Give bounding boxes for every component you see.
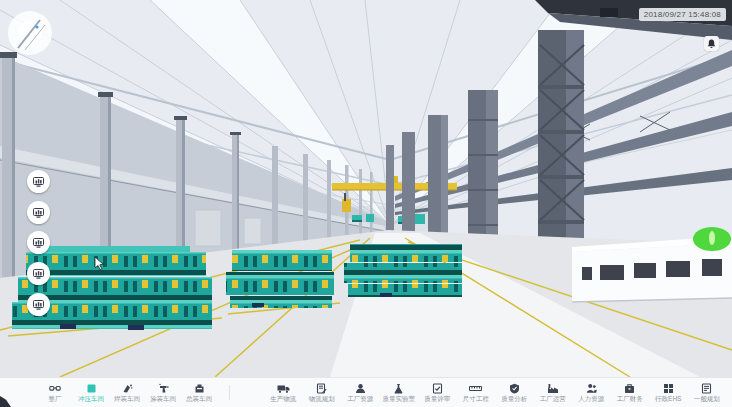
press-icon xyxy=(194,383,205,394)
toolbar-item-assembly-shop[interactable]: 总装车间 xyxy=(181,383,217,402)
toolbar-item-plant-overview[interactable]: 整厂 xyxy=(37,383,73,402)
shield-icon xyxy=(509,383,520,394)
dashboard-icon xyxy=(33,177,44,187)
grid-icon xyxy=(663,383,674,394)
ruler-icon xyxy=(469,383,482,394)
toolbar-item-label: 冲压车间 xyxy=(78,395,104,402)
toolbar-item-general-planning[interactable]: 一般规划 xyxy=(688,383,727,402)
toolbar-item-paint-shop[interactable]: 涂装车间 xyxy=(145,383,181,402)
toolbar-item-label: 尺寸工程 xyxy=(463,395,489,402)
toolbar-item-factory-finance[interactable]: 工厂财务 xyxy=(611,383,650,402)
toolbar-item-label: 质量分析 xyxy=(501,395,527,402)
dashboard-icon xyxy=(33,300,44,310)
toolbar-item-label: 物流规划 xyxy=(309,395,335,402)
welding-icon xyxy=(122,383,133,394)
dashboard-icon xyxy=(33,238,44,248)
person-icon xyxy=(586,383,597,394)
dashboard-icon xyxy=(33,269,44,279)
toolbar-item-label: 工厂运营 xyxy=(540,395,566,402)
digital-twin-app: 2018/09/27 15:48:08 xyxy=(0,0,732,407)
toolbar-item-label: 行政EHS xyxy=(655,395,681,402)
toolbar-item-label: 生产物流 xyxy=(270,395,296,402)
dashboard-button-2[interactable] xyxy=(27,201,50,224)
toolbar-item-welding-shop[interactable]: 焊装车间 xyxy=(109,383,145,402)
toolbar-item-label: 工厂财务 xyxy=(617,395,643,402)
dashboard-icon xyxy=(33,208,44,218)
die-stacks-front xyxy=(12,246,212,330)
dashboard-button-3[interactable] xyxy=(27,231,50,254)
green-status-marker[interactable] xyxy=(693,227,731,251)
person-gear-icon xyxy=(355,383,366,394)
die-stacks-center xyxy=(344,244,462,297)
toolbar-item-dimensional-engineering[interactable]: 尺寸工程 xyxy=(457,383,496,402)
truck-icon xyxy=(277,383,290,394)
timestamp: 2018/09/27 15:48:08 xyxy=(639,8,726,21)
bell-icon xyxy=(707,39,716,49)
spray-icon xyxy=(158,383,169,394)
toolbar-item-label: 一般规划 xyxy=(694,395,720,402)
factory-3d-viewport[interactable]: 2018/09/27 15:48:08 xyxy=(0,0,732,377)
toolbar-item-label: 质量评审 xyxy=(424,395,450,402)
review-icon xyxy=(432,383,443,394)
toolbar-item-stamping-shop[interactable]: 冲压车间 xyxy=(73,383,109,402)
doc-icon xyxy=(701,383,712,394)
toolbar-item-label: 总装车间 xyxy=(186,395,212,402)
toolbar-item-admin-ehs[interactable]: 行政EHS xyxy=(649,383,688,402)
toolbar-item-logistics-planning[interactable]: 物流规划 xyxy=(303,383,342,402)
toolbar-item-label: 涂装车间 xyxy=(150,395,176,402)
notification-bell-button[interactable] xyxy=(704,36,719,51)
toolbar-item-production-logistics[interactable]: 生产物流 xyxy=(264,383,303,402)
toolbar-item-label: 质量实验室 xyxy=(383,395,416,402)
glow-highlight xyxy=(8,11,52,55)
toolbar-item-quality-analysis[interactable]: 质量分析 xyxy=(495,383,534,402)
briefcase-icon xyxy=(624,383,635,394)
die-stacks-mid xyxy=(226,250,334,308)
flask-icon xyxy=(393,383,404,394)
glasses-icon xyxy=(49,383,61,394)
toolbar-item-human-resources[interactable]: 人力资源 xyxy=(572,383,611,402)
factory-icon xyxy=(547,383,559,394)
factory-3d-render xyxy=(0,0,732,377)
cube-icon xyxy=(86,383,97,394)
toolbar-item-label: 焊装车间 xyxy=(114,395,140,402)
plan-icon xyxy=(316,383,327,394)
toolbar-item-quality-lab[interactable]: 质量实验室 xyxy=(380,383,419,402)
toolbar-item-label: 工厂资源 xyxy=(347,395,373,402)
toolbar-item-quality-review[interactable]: 质量评审 xyxy=(418,383,457,402)
toolbar-item-factory-operations[interactable]: 工厂运营 xyxy=(534,383,573,402)
dashboard-button-4[interactable] xyxy=(27,262,50,285)
dashboard-button-5[interactable] xyxy=(27,293,50,316)
toolbar-item-factory-resources[interactable]: 工厂资源 xyxy=(341,383,380,402)
workshop-toolbar: 整厂 冲压车间 焊装车间 涂装车间 总装车间 生产物流 物流规划 xyxy=(0,377,732,407)
toolbar-item-label: 整厂 xyxy=(49,395,62,402)
toolbar-item-label: 人力资源 xyxy=(578,395,604,402)
toolbar-divider xyxy=(229,385,230,400)
dashboard-button-1[interactable] xyxy=(27,170,50,193)
